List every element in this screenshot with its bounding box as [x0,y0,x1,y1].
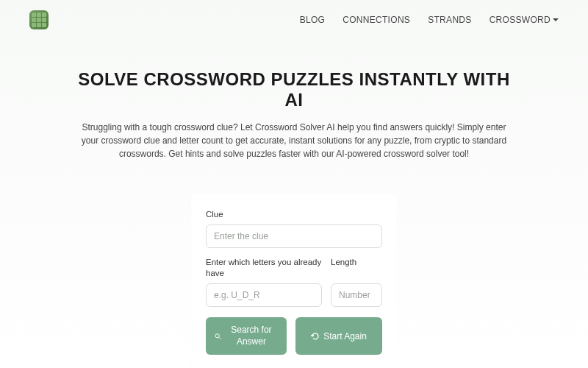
nav-link-crossword[interactable]: CROSSWORD [490,15,559,25]
search-button[interactable]: Search for Answer [206,317,287,355]
nav-links: BLOG CONNECTIONS STRANDS CROSSWORD [300,15,559,25]
length-input[interactable] [331,283,382,307]
length-label: Length [331,257,382,279]
logo-icon[interactable] [29,10,49,29]
search-icon [215,332,221,341]
reset-button[interactable]: Start Again [295,317,382,355]
search-button-label: Search for Answer [225,325,278,347]
reset-button-label: Start Again [323,331,367,342]
nav-link-strands[interactable]: STRANDS [428,15,471,25]
length-field: Length [331,257,382,307]
hero-section: SOLVE CROSSWORD PUZZLES INSTANTLY WITH A… [0,40,588,175]
letters-field: Enter which letters you already have [206,257,322,307]
letters-input[interactable] [206,283,322,307]
nav-link-label: CROSSWORD [490,15,551,25]
main-nav: BLOG CONNECTIONS STRANDS CROSSWORD [0,0,588,40]
nav-link-connections[interactable]: CONNECTIONS [343,15,410,25]
refresh-icon [311,332,320,341]
svg-line-1 [219,337,220,339]
clue-field: Clue [206,209,382,248]
nav-link-blog[interactable]: BLOG [300,15,326,25]
solver-form-card: Clue Enter which letters you already hav… [191,194,397,368]
hero-title: SOLVE CROSSWORD PUZZLES INSTANTLY WITH A… [74,69,514,110]
letters-label: Enter which letters you already have [206,257,322,279]
svg-point-0 [215,333,219,337]
chevron-down-icon [553,18,559,22]
hero-description: Struggling with a tough crossword clue? … [74,121,514,160]
clue-input[interactable] [206,224,382,248]
clue-label: Clue [206,209,382,220]
